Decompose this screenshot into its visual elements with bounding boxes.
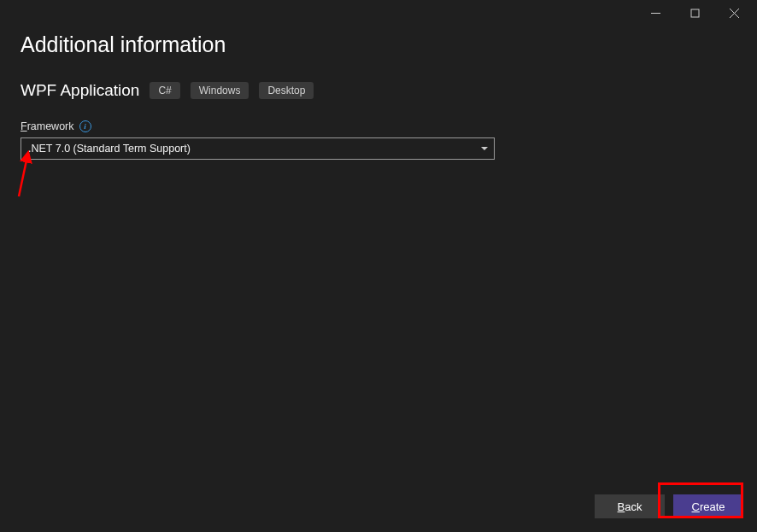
svg-rect-1 <box>691 9 699 17</box>
project-type-row: WPF Application C# Windows Desktop <box>21 81 736 100</box>
tag-windows: Windows <box>191 82 249 99</box>
maximize-button[interactable] <box>675 0 714 26</box>
svg-line-4 <box>19 156 27 196</box>
framework-select[interactable]: .NET 7.0 (Standard Term Support) <box>21 137 495 160</box>
tag-desktop: Desktop <box>259 82 314 99</box>
create-button[interactable]: Create <box>673 494 743 518</box>
window-titlebar <box>0 0 757 26</box>
footer-buttons: Back Create <box>595 494 743 518</box>
info-icon[interactable]: i <box>79 120 91 132</box>
framework-select-wrap: .NET 7.0 (Standard Term Support) <box>21 137 495 160</box>
close-button[interactable] <box>714 0 754 26</box>
framework-label: Framework <box>21 120 74 132</box>
content-area: Additional information WPF Application C… <box>0 26 757 160</box>
framework-select-value: .NET 7.0 (Standard Term Support) <box>28 143 191 155</box>
framework-label-row: Framework i <box>21 120 736 132</box>
project-type-name: WPF Application <box>21 81 139 100</box>
back-button[interactable]: Back <box>595 494 665 518</box>
page-title: Additional information <box>21 32 736 57</box>
minimize-button[interactable] <box>636 0 675 26</box>
tag-csharp: C# <box>150 82 179 99</box>
